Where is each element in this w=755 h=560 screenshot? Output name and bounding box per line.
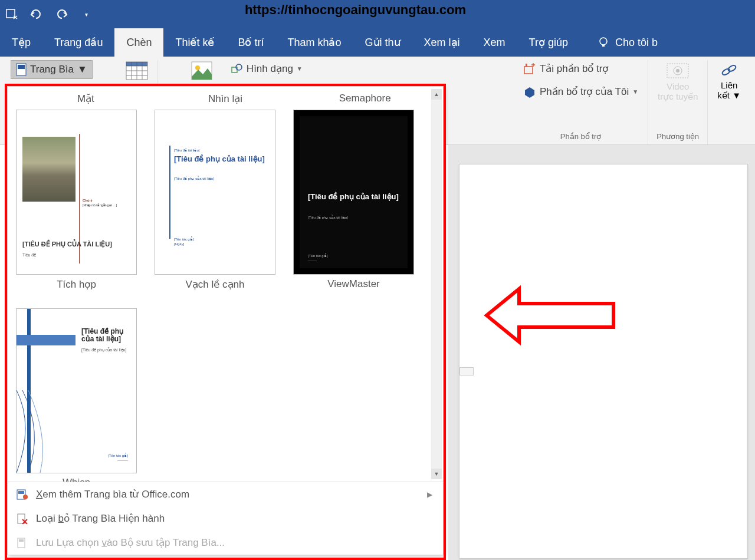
gallery-section-header: Nhìn lại (156, 91, 296, 110)
tell-me[interactable]: Cho tôi b (598, 28, 658, 57)
svg-point-1 (600, 38, 607, 45)
shapes-label: Hình dạng (247, 62, 293, 75)
gallery-item-vach[interactable]: [Tiêu đề tài liệu] [Tiêu đề phụ của tài … (155, 110, 275, 145)
quick-access-toolbar: ▾ https://tinhocngoainguvungtau.com (0, 0, 755, 28)
cover-page-icon (16, 63, 27, 76)
media-group-label: Phương tiện (656, 130, 699, 144)
tab-mailings[interactable]: Gửi thư (353, 28, 412, 57)
svg-rect-4 (18, 65, 25, 69)
gallery-item-viewmaster[interactable]: [Tiêu đề phụ của tài liệu] [Tiêu đề phụ … (293, 110, 414, 145)
link-icon (720, 61, 738, 79)
my-addins-label: Phần bổ trợ của Tôi (540, 85, 629, 98)
tab-file[interactable]: Tệp (0, 28, 42, 57)
undo-icon[interactable] (29, 7, 44, 21)
get-addins-button[interactable]: Tải phần bổ trợ (520, 60, 612, 77)
redo-icon[interactable] (54, 7, 68, 21)
gallery-section-header: Semaphore (295, 91, 435, 110)
pictures-icon (191, 61, 212, 80)
svg-point-26 (727, 64, 737, 73)
links-button[interactable]: Liênkết ▼ (714, 60, 744, 102)
tab-view[interactable]: Xem (472, 28, 517, 57)
cover-page-button[interactable]: Trang Bìa ▼ (11, 60, 93, 79)
shapes-icon (231, 64, 243, 74)
gallery-scrollbar[interactable]: ▲ ▼ (431, 89, 442, 145)
tab-review[interactable]: Xem lại (412, 28, 472, 57)
svg-point-14 (195, 65, 200, 70)
tab-help[interactable]: Trợ giúp (517, 28, 580, 57)
gallery-item-tichhop[interactable]: Chú ý [Nhập mô tả ngắn gọn …] [TIÊU ĐỀ P… (16, 110, 137, 145)
store-icon (523, 63, 536, 75)
pictures-button[interactable] (188, 60, 216, 81)
gallery-section-header: Mặt (16, 91, 156, 110)
my-addins-button[interactable]: Phần bổ trợ của Tôi ▼ (520, 83, 642, 100)
lightbulb-icon (598, 37, 609, 48)
cover-page-label: Trang Bìa (30, 64, 74, 75)
svg-rect-18 (524, 67, 533, 74)
svg-point-24 (676, 69, 680, 73)
svg-point-25 (721, 68, 731, 76)
watermark-url: https://tinhocngoainguvungtau.com (245, 2, 466, 18)
tab-references[interactable]: Tham khảo (275, 28, 353, 57)
svg-rect-19 (526, 64, 527, 67)
svg-rect-0 (6, 9, 15, 18)
tab-insert[interactable]: Chèn (114, 28, 163, 57)
svg-rect-12 (126, 62, 147, 66)
table-icon (126, 61, 148, 80)
scroll-up-icon[interactable]: ▲ (431, 89, 442, 100)
table-button[interactable] (122, 60, 152, 81)
cover-page-gallery: Mặt Nhìn lại Semaphore Chú ý [Nhập mô tả… (7, 86, 444, 145)
ribbon-tabs: Tệp Trang đầu Chèn Thiết kế Bố trí Tham … (0, 28, 755, 57)
chevron-down-icon: ▼ (632, 88, 638, 95)
tab-layout[interactable]: Bố trí (226, 28, 275, 57)
customize-qat-icon[interactable]: ▾ (79, 7, 93, 21)
tab-home[interactable]: Trang đầu (42, 28, 114, 57)
addins-icon (523, 86, 536, 98)
save-icon[interactable] (5, 7, 19, 21)
svg-rect-2 (602, 45, 605, 47)
tab-design[interactable]: Thiết kế (163, 28, 226, 57)
get-addins-label: Tải phần bổ trợ (540, 62, 609, 75)
chevron-down-icon: ▼ (77, 64, 87, 75)
addins-group-label: Phần bổ trợ (560, 130, 602, 144)
online-video-button[interactable]: Videotrực tuyến (654, 60, 701, 103)
shapes-button[interactable]: Hình dạng ▼ (228, 60, 306, 77)
tell-me-label: Cho tôi b (615, 37, 658, 49)
video-icon (666, 61, 690, 80)
chevron-down-icon: ▼ (297, 65, 303, 72)
